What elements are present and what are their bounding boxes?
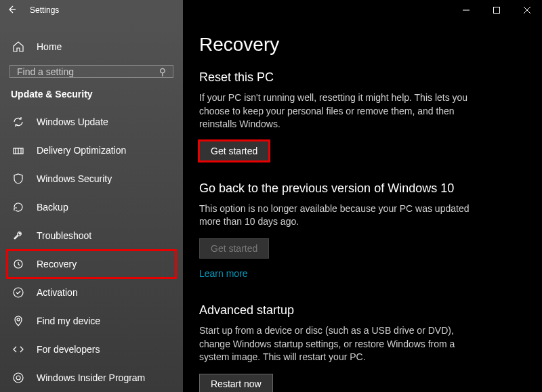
sidebar-item-label: Delivery Optimization: [37, 145, 126, 156]
section-go-back: Go back to the previous version of Windo…: [199, 181, 526, 279]
restart-now-button[interactable]: Restart now: [199, 374, 273, 392]
reset-desc: If your PC isn't running well, resetting…: [199, 91, 484, 131]
goback-desc: This option is no longer available becau…: [199, 202, 484, 229]
sidebar-item-label: Activation: [37, 287, 78, 298]
sync-icon: [12, 116, 24, 128]
reset-title: Reset this PC: [199, 70, 526, 85]
delivery-icon: [12, 144, 24, 156]
close-button[interactable]: [512, 0, 542, 20]
learn-more-link[interactable]: Learn more: [199, 268, 248, 279]
search-input[interactable]: [17, 66, 159, 77]
sidebar-item-label: Backup: [37, 202, 68, 213]
location-icon: [12, 315, 24, 327]
sidebar: Home ⚲ Update & Security Windows Update: [0, 20, 183, 392]
svg-rect-1: [493, 7, 499, 14]
sidebar-item-label: Recovery: [37, 259, 77, 269]
sidebar-item-delivery-optimization[interactable]: Delivery Optimization: [0, 136, 183, 165]
sidebar-item-find-my-device[interactable]: Find my device: [0, 307, 183, 335]
backup-icon: [12, 201, 24, 213]
shield-icon: [12, 173, 24, 185]
sidebar-item-label: Windows Update: [37, 116, 108, 127]
home-icon: [12, 41, 24, 53]
advanced-desc: Start up from a device or disc (such as …: [199, 324, 484, 364]
svg-point-7: [17, 318, 20, 321]
svg-point-9: [16, 376, 20, 380]
sidebar-item-windows-insider[interactable]: Windows Insider Program: [0, 364, 183, 392]
advanced-title: Advanced startup: [199, 303, 526, 318]
goback-get-started-button: Get started: [199, 238, 269, 259]
section-header: Update & Security: [0, 89, 183, 108]
page-title: Recovery: [199, 34, 526, 56]
back-button[interactable]: [7, 5, 16, 16]
home-label: Home: [37, 41, 62, 52]
home-nav[interactable]: Home: [0, 34, 183, 60]
goback-title: Go back to the previous version of Windo…: [199, 181, 526, 196]
svg-point-6: [14, 288, 23, 297]
sidebar-item-windows-update[interactable]: Windows Update: [0, 108, 183, 136]
insider-icon: [12, 372, 24, 384]
reset-get-started-button[interactable]: Get started: [199, 141, 269, 161]
sidebar-item-label: Windows Security: [37, 173, 112, 184]
sidebar-item-for-developers[interactable]: For developers: [0, 335, 183, 364]
sidebar-item-activation[interactable]: Activation: [0, 278, 183, 307]
sidebar-item-label: Find my device: [37, 315, 100, 326]
section-advanced-startup: Advanced startup Start up from a device …: [199, 303, 526, 392]
sidebar-item-label: Troubleshoot: [37, 230, 91, 241]
code-icon: [12, 343, 24, 355]
sidebar-item-troubleshoot[interactable]: Troubleshoot: [0, 221, 183, 250]
sidebar-item-label: Windows Insider Program: [37, 372, 145, 383]
sidebar-item-windows-security[interactable]: Windows Security: [0, 165, 183, 193]
sidebar-item-backup[interactable]: Backup: [0, 193, 183, 221]
sidebar-item-recovery[interactable]: Recovery: [7, 250, 176, 278]
search-icon: ⚲: [159, 66, 166, 77]
content-pane: Recovery Reset this PC If your PC isn't …: [183, 20, 542, 392]
sidebar-item-label: For developers: [37, 344, 100, 355]
search-input-wrap[interactable]: ⚲: [9, 65, 173, 78]
svg-point-8: [14, 373, 23, 383]
check-circle-icon: [12, 286, 24, 299]
minimize-button[interactable]: [451, 0, 481, 20]
wrench-icon: [12, 230, 24, 242]
maximize-button[interactable]: [481, 0, 512, 20]
section-reset-pc: Reset this PC If your PC isn't running w…: [199, 70, 526, 161]
app-title: Settings: [30, 5, 59, 15]
recovery-icon: [12, 258, 24, 270]
